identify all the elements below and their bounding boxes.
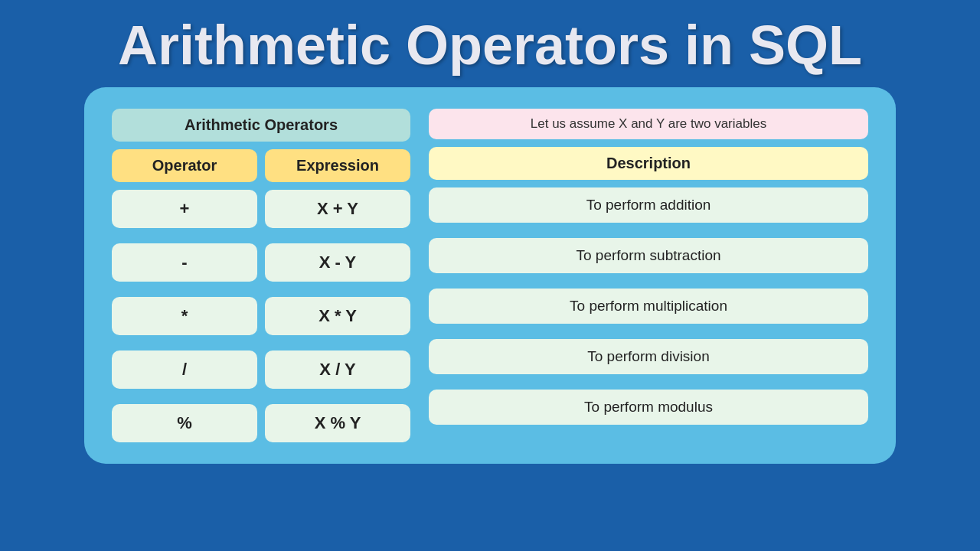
description-cell: To perform multiplication	[429, 289, 868, 324]
table-row: -X - Y	[112, 243, 410, 282]
right-table: Let us assume X and Y are two variables …	[429, 109, 868, 442]
right-data-rows: To perform additionTo perform subtractio…	[429, 187, 868, 425]
page-title: Arithmetic Operators in SQL	[0, 0, 980, 84]
description-cell: To perform division	[429, 339, 868, 374]
expression-cell: X % Y	[265, 404, 410, 442]
description-cell: To perform modulus	[429, 390, 868, 425]
operator-cell: /	[112, 350, 257, 389]
table-row: /X / Y	[112, 350, 410, 389]
assume-text: Let us assume X and Y are two variables	[429, 109, 868, 139]
list-item: To perform addition	[429, 187, 868, 223]
table-row: *X * Y	[112, 297, 410, 335]
table-row: %X % Y	[112, 404, 410, 442]
operator-cell: %	[112, 404, 257, 442]
list-item: To perform subtraction	[429, 238, 868, 273]
main-card: Arithmetic Operators Operator Expression…	[84, 87, 896, 464]
list-item: To perform division	[429, 339, 868, 374]
col-description-header: Description	[429, 147, 868, 180]
expression-cell: X / Y	[265, 350, 410, 389]
list-item: To perform multiplication	[429, 289, 868, 324]
col-operator-header: Operator	[112, 149, 257, 182]
left-table: Arithmetic Operators Operator Expression…	[112, 109, 410, 442]
description-cell: To perform subtraction	[429, 238, 868, 273]
left-data-rows: +X + Y-X - Y*X * Y/X / Y%X % Y	[112, 190, 410, 442]
list-item: To perform modulus	[429, 390, 868, 425]
operator-cell: -	[112, 243, 257, 282]
operator-cell: +	[112, 190, 257, 228]
expression-cell: X * Y	[265, 297, 410, 335]
table-row: +X + Y	[112, 190, 410, 228]
expression-cell: X + Y	[265, 190, 410, 228]
expression-cell: X - Y	[265, 243, 410, 282]
description-cell: To perform addition	[429, 187, 868, 223]
left-table-title: Arithmetic Operators	[112, 109, 410, 142]
operator-cell: *	[112, 297, 257, 335]
col-expression-header: Expression	[265, 149, 410, 182]
